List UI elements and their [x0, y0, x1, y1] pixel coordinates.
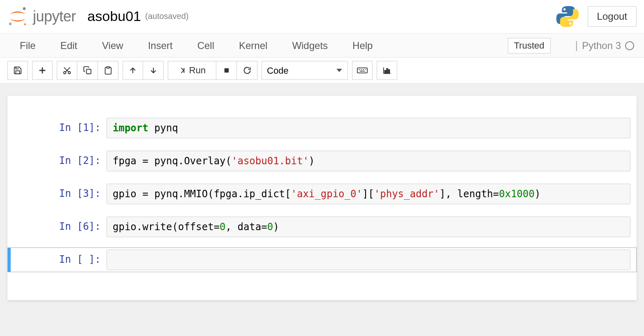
code-cell[interactable]: In [3]:gpio = pynq.MMIO(fpga.ip_dict['ax…	[7, 182, 637, 206]
input-prompt: In [1]:	[11, 118, 107, 138]
code-input[interactable]: fpga = pynq.Overlay('asobu01.bit')	[107, 151, 630, 171]
menu-cell[interactable]: Cell	[185, 34, 227, 57]
svg-rect-10	[107, 67, 109, 68]
notebook-background: In [1]:import pynqIn [2]:fpga = pynq.Ove…	[0, 84, 644, 336]
header: jupyter asobu01 (autosaved) Logout	[0, 0, 644, 34]
jupyter-icon	[7, 6, 28, 27]
cell-toolbar-button[interactable]	[377, 61, 397, 80]
input-prompt: In [6]:	[11, 217, 107, 237]
notebook-name[interactable]: asobu01	[88, 8, 141, 24]
svg-rect-9	[86, 69, 91, 74]
svg-point-0	[23, 7, 26, 10]
kernel-name[interactable]: Python 3	[582, 40, 621, 51]
save-button[interactable]	[7, 61, 28, 80]
code-cell[interactable]: In [1]:import pynq	[7, 116, 637, 140]
code-cell[interactable]: In [ ]:	[7, 247, 637, 272]
autosave-status: (autosaved)	[145, 12, 189, 21]
menu-edit[interactable]: Edit	[48, 34, 90, 57]
jupyter-logo-text: jupyter	[33, 8, 76, 25]
divider: |	[575, 39, 578, 52]
svg-rect-24	[387, 68, 388, 73]
copy-button[interactable]	[77, 61, 98, 80]
svg-rect-23	[385, 70, 386, 73]
cut-button[interactable]	[57, 61, 77, 80]
input-prompt: In [3]:	[11, 184, 107, 204]
menu-view[interactable]: View	[90, 34, 136, 57]
celltype-select[interactable]: Code	[262, 61, 348, 80]
restart-button[interactable]	[237, 61, 257, 80]
code-cell[interactable]: In [2]:fpga = pynq.Overlay('asobu01.bit'…	[7, 149, 637, 173]
input-prompt: In [2]:	[11, 151, 107, 171]
code-cell[interactable]: In [6]:gpio.write(offset=0, data=0)	[7, 215, 637, 239]
input-prompt: In [ ]:	[11, 250, 107, 270]
interrupt-button[interactable]	[216, 61, 237, 80]
svg-point-2	[24, 23, 26, 25]
logout-button[interactable]: Logout	[588, 6, 637, 27]
code-input[interactable]: import pynq	[107, 118, 630, 138]
paste-button[interactable]	[98, 61, 118, 80]
svg-rect-15	[357, 68, 367, 73]
run-button-label: Run	[189, 65, 206, 76]
python-icon	[556, 5, 579, 28]
menu-file[interactable]: File	[7, 34, 48, 57]
run-button[interactable]: Run	[168, 61, 216, 80]
svg-rect-25	[389, 70, 390, 73]
move-down-button[interactable]	[143, 61, 164, 80]
move-up-button[interactable]	[123, 61, 143, 80]
menu-widgets[interactable]: Widgets	[280, 34, 340, 57]
svg-rect-14	[224, 68, 229, 73]
trusted-indicator[interactable]: Trusted	[508, 38, 551, 54]
menu-kernel[interactable]: Kernel	[227, 34, 280, 57]
insert-cell-button[interactable]	[32, 61, 53, 80]
code-input[interactable]	[107, 250, 630, 270]
svg-point-5	[64, 72, 66, 74]
jupyter-logo[interactable]: jupyter	[7, 6, 76, 27]
svg-point-1	[9, 22, 12, 25]
menu-insert[interactable]: Insert	[136, 34, 185, 57]
kernel-status-icon[interactable]	[625, 41, 634, 50]
command-palette-button[interactable]	[352, 61, 373, 80]
code-input[interactable]: gpio.write(offset=0, data=0)	[107, 217, 630, 237]
menu-help[interactable]: Help	[340, 34, 385, 57]
selection-bar	[8, 248, 11, 272]
menubar: FileEditViewInsertCellKernelWidgetsHelp …	[0, 34, 644, 58]
toolbar: Run Code	[0, 58, 644, 84]
notebook-container: In [1]:import pynqIn [2]:fpga = pynq.Ove…	[7, 96, 637, 300]
code-input[interactable]: gpio = pynq.MMIO(fpga.ip_dict['axi_gpio_…	[107, 184, 630, 204]
svg-point-6	[68, 72, 71, 74]
